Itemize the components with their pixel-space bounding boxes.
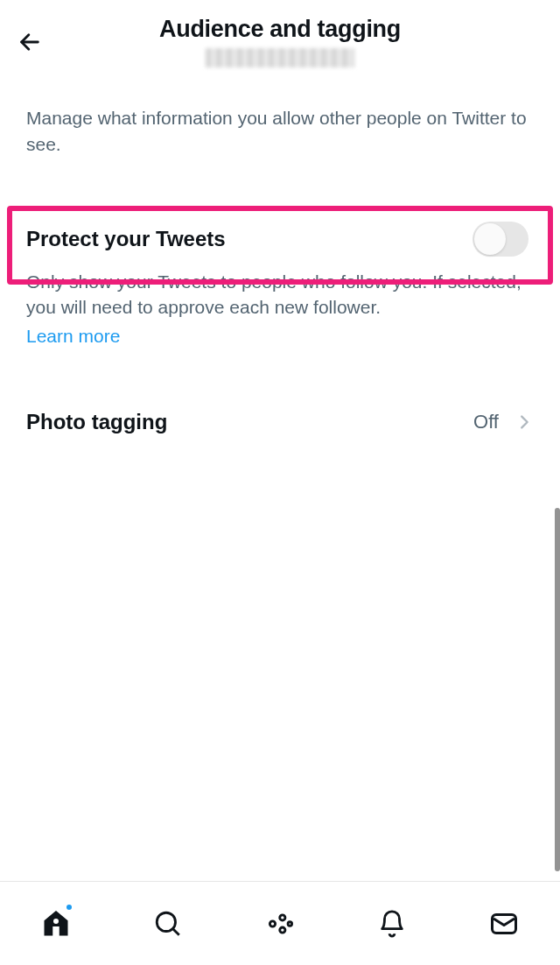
scrollbar[interactable]	[555, 508, 560, 871]
mail-icon	[488, 908, 520, 940]
svg-point-6	[280, 926, 285, 932]
nav-search[interactable]	[147, 903, 189, 945]
page-description: Manage what information you allow other …	[26, 84, 534, 180]
nav-messages[interactable]	[483, 903, 525, 945]
svg-line-3	[173, 928, 179, 934]
nav-spaces[interactable]	[259, 903, 301, 945]
protect-tweets-description: Only show your Tweets to people who foll…	[26, 269, 534, 326]
protect-tweets-row: Protect your Tweets	[26, 206, 534, 269]
svg-point-4	[270, 920, 275, 926]
toggle-knob	[474, 223, 506, 255]
back-button[interactable]	[10, 23, 49, 61]
svg-point-2	[157, 912, 175, 931]
bottom-navigation	[0, 881, 560, 965]
photo-tagging-title: Photo tagging	[26, 410, 167, 434]
spaces-icon	[265, 909, 295, 939]
bell-icon	[377, 909, 407, 939]
svg-point-7	[288, 921, 292, 926]
nav-home[interactable]	[35, 903, 77, 945]
page-title: Audience and tagging	[49, 16, 511, 43]
protect-tweets-title: Protect your Tweets	[26, 227, 226, 251]
search-icon	[153, 909, 183, 939]
nav-notifications[interactable]	[371, 903, 413, 945]
svg-point-5	[280, 914, 285, 919]
photo-tagging-value: Off	[473, 411, 499, 433]
protect-tweets-toggle[interactable]	[472, 222, 528, 257]
arrow-left-icon	[18, 30, 42, 54]
username-redacted	[206, 48, 354, 67]
learn-more-link[interactable]: Learn more	[26, 326, 120, 346]
notification-dot	[65, 903, 74, 912]
svg-point-1	[53, 919, 59, 924]
chevron-right-icon	[514, 412, 534, 432]
home-icon	[40, 908, 72, 940]
photo-tagging-row[interactable]: Photo tagging Off	[26, 392, 534, 452]
